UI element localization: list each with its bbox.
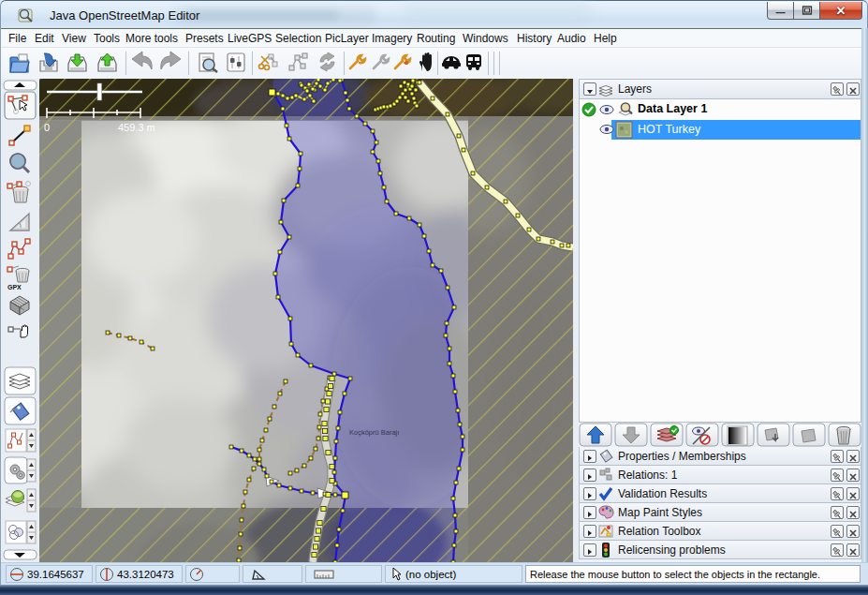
svg-text:GPX: GPX xyxy=(7,284,22,290)
svg-text:459.3 m: 459.3 m xyxy=(118,122,155,133)
svg-text:0: 0 xyxy=(44,122,50,133)
svg-text:Koçköprü Barajı: Koçköprü Barajı xyxy=(349,428,399,437)
